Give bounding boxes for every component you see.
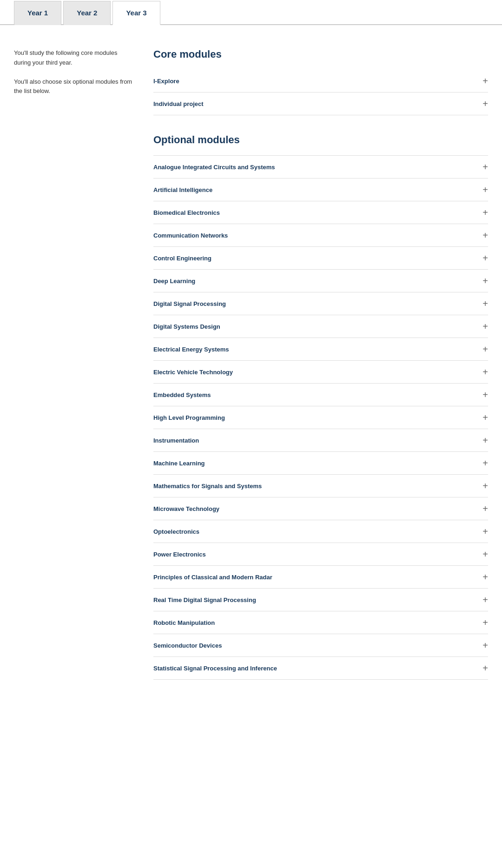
optional-module-item[interactable]: Real Time Digital Signal Processing+: [153, 589, 488, 611]
optional-module-name-12: Instrumentation: [153, 437, 199, 444]
optional-module-name-18: Principles of Classical and Modern Radar: [153, 574, 272, 581]
optional-module-name-2: Biomedical Electronics: [153, 209, 220, 216]
year-tabs: Year 1 Year 2 Year 3: [0, 0, 502, 25]
optional-module-name-4: Control Engineering: [153, 255, 211, 262]
tab-year1[interactable]: Year 1: [14, 1, 61, 25]
optional-expand-icon-15: +: [482, 504, 488, 513]
optional-module-item[interactable]: Machine Learning+: [153, 452, 488, 475]
optional-expand-icon-6: +: [482, 299, 488, 308]
optional-module-item[interactable]: Biomedical Electronics+: [153, 201, 488, 224]
expand-icon-1: +: [482, 99, 488, 108]
optional-module-name-14: Mathematics for Signals and Systems: [153, 483, 262, 490]
optional-expand-icon-20: +: [482, 618, 488, 627]
optional-module-item[interactable]: Digital Signal Processing+: [153, 292, 488, 315]
expand-icon-0: +: [482, 76, 488, 86]
optional-expand-icon-10: +: [482, 390, 488, 399]
optional-expand-icon-3: +: [482, 231, 488, 240]
optional-expand-icon-1: +: [482, 185, 488, 194]
optional-module-item[interactable]: Optoelectronics+: [153, 520, 488, 543]
optional-module-item[interactable]: Digital Systems Design+: [153, 315, 488, 338]
tab-year3[interactable]: Year 3: [112, 1, 160, 25]
optional-module-name-6: Digital Signal Processing: [153, 300, 226, 307]
core-module-item[interactable]: Individual project +: [153, 93, 488, 115]
optional-expand-icon-14: +: [482, 481, 488, 490]
core-module-name-1: Individual project: [153, 100, 204, 107]
optional-module-name-13: Machine Learning: [153, 460, 205, 467]
optional-module-name-7: Digital Systems Design: [153, 323, 220, 330]
optional-module-item[interactable]: Statistical Signal Processing and Infere…: [153, 657, 488, 680]
core-module-item[interactable]: I-Explore +: [153, 70, 488, 93]
optional-expand-icon-9: +: [482, 367, 488, 377]
optional-expand-icon-13: +: [482, 458, 488, 468]
optional-expand-icon-18: +: [482, 572, 488, 582]
desc-para1: You'll study the following core modules …: [14, 48, 135, 68]
optional-module-name-3: Communication Networks: [153, 232, 228, 239]
optional-expand-icon-11: +: [482, 413, 488, 422]
optional-module-item[interactable]: Electric Vehicle Technology+: [153, 361, 488, 384]
optional-expand-icon-21: +: [482, 641, 488, 650]
optional-module-name-22: Statistical Signal Processing and Infere…: [153, 665, 277, 672]
optional-expand-icon-2: +: [482, 208, 488, 217]
optional-module-item[interactable]: Mathematics for Signals and Systems+: [153, 475, 488, 497]
optional-module-name-0: Analogue Integrated Circuits and Systems: [153, 164, 275, 171]
optional-module-name-16: Optoelectronics: [153, 528, 199, 535]
optional-module-name-8: Electrical Energy Systems: [153, 346, 229, 353]
optional-module-item[interactable]: Instrumentation+: [153, 429, 488, 452]
optional-section-title: Optional modules: [153, 134, 488, 146]
optional-expand-icon-8: +: [482, 345, 488, 354]
right-modules: Core modules I-Explore + Individual proj…: [153, 48, 488, 680]
desc-para2: You'll also choose six optional modules …: [14, 77, 135, 97]
optional-module-item[interactable]: Embedded Systems+: [153, 384, 488, 406]
optional-expand-icon-7: +: [482, 322, 488, 331]
optional-expand-icon-22: +: [482, 663, 488, 673]
tab-year2[interactable]: Year 2: [63, 1, 111, 25]
optional-module-item[interactable]: Microwave Technology+: [153, 497, 488, 520]
optional-module-item[interactable]: Communication Networks+: [153, 224, 488, 247]
optional-module-name-5: Deep Learning: [153, 278, 195, 285]
optional-module-name-20: Robotic Manipulation: [153, 619, 215, 626]
optional-module-item[interactable]: Control Engineering+: [153, 247, 488, 270]
optional-module-name-1: Artificial Intelligence: [153, 186, 212, 193]
optional-module-item[interactable]: Analogue Integrated Circuits and Systems…: [153, 155, 488, 179]
main-content: You'll study the following core modules …: [0, 25, 502, 703]
optional-module-name-15: Microwave Technology: [153, 505, 219, 512]
optional-module-item[interactable]: Electrical Energy Systems+: [153, 338, 488, 361]
optional-module-name-10: Embedded Systems: [153, 391, 211, 398]
optional-expand-icon-0: +: [482, 162, 488, 172]
optional-expand-icon-17: +: [482, 550, 488, 559]
optional-module-item[interactable]: Artificial Intelligence+: [153, 179, 488, 201]
optional-module-name-11: High Level Programming: [153, 414, 225, 421]
optional-module-item[interactable]: Semiconductor Devices+: [153, 634, 488, 657]
optional-expand-icon-19: +: [482, 595, 488, 604]
optional-module-name-17: Power Electronics: [153, 551, 206, 558]
optional-modules-list: Analogue Integrated Circuits and Systems…: [153, 155, 488, 680]
core-module-name-0: I-Explore: [153, 78, 179, 85]
optional-module-name-21: Semiconductor Devices: [153, 642, 222, 649]
optional-module-name-9: Electric Vehicle Technology: [153, 369, 233, 376]
optional-expand-icon-16: +: [482, 527, 488, 536]
optional-expand-icon-4: +: [482, 253, 488, 263]
left-description: You'll study the following core modules …: [14, 48, 135, 680]
core-section-title: Core modules: [153, 48, 488, 60]
optional-module-item[interactable]: Principles of Classical and Modern Radar…: [153, 566, 488, 589]
optional-module-item[interactable]: Deep Learning+: [153, 270, 488, 292]
optional-expand-icon-5: +: [482, 276, 488, 285]
optional-module-item[interactable]: Robotic Manipulation+: [153, 611, 488, 634]
optional-expand-icon-12: +: [482, 436, 488, 445]
optional-module-item[interactable]: Power Electronics+: [153, 543, 488, 566]
optional-module-item[interactable]: High Level Programming+: [153, 406, 488, 429]
optional-module-name-19: Real Time Digital Signal Processing: [153, 596, 256, 603]
